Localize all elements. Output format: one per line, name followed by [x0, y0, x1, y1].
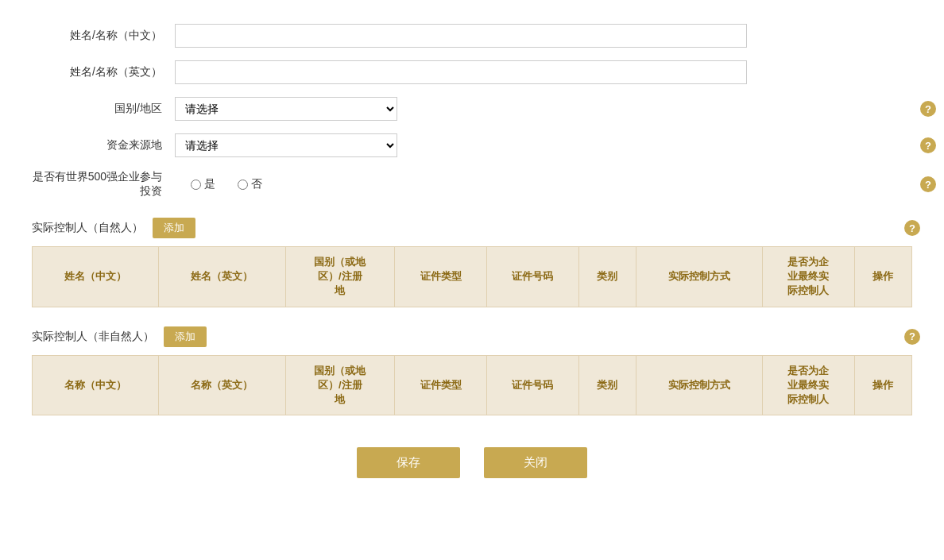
non-natural-person-header: 实际控制人（非自然人） 添加 ? — [32, 326, 912, 347]
non-natural-person-section: 实际控制人（非自然人） 添加 ? 名称（中文） 名称（英文） 国别（或地区）/注… — [32, 326, 912, 416]
col2-country: 国别（或地区）/注册地 — [285, 355, 395, 415]
radio-no[interactable] — [238, 180, 248, 190]
fund-source-label: 资金来源地 — [32, 138, 175, 153]
col-final-controller: 是否为企业最终实际控制人 — [763, 247, 855, 307]
country-label: 国别/地区 — [32, 102, 175, 116]
col2-operation: 操作 — [854, 355, 911, 415]
non-natural-person-add-button[interactable]: 添加 — [164, 326, 207, 347]
col-country: 国别（或地区）/注册地 — [285, 247, 395, 307]
radio-no-label[interactable]: 否 — [238, 177, 262, 191]
non-natural-person-table-header-row: 名称（中文） 名称（英文） 国别（或地区）/注册地 证件类型 证件号码 类别 实… — [33, 355, 912, 415]
name-cn-row: 姓名/名称（中文） — [32, 24, 912, 48]
bottom-buttons: 保存 关闭 — [32, 447, 912, 478]
fund-source-row: 资金来源地 请选择 ? — [32, 133, 912, 157]
natural-person-table: 姓名（中文） 姓名（英文） 国别（或地区）/注册地 证件类型 证件号码 类别 实… — [32, 246, 912, 307]
natural-person-header: 实际控制人（自然人） 添加 ? — [32, 218, 912, 238]
fortune500-radio-group: 是 否 — [175, 177, 262, 191]
name-cn-label: 姓名/名称（中文） — [32, 29, 175, 43]
save-button[interactable]: 保存 — [357, 447, 460, 478]
non-natural-person-table: 名称（中文） 名称（英文） 国别（或地区）/注册地 证件类型 证件号码 类别 实… — [32, 355, 912, 416]
col2-name-cn: 名称（中文） — [33, 355, 159, 415]
name-en-label: 姓名/名称（英文） — [32, 65, 175, 79]
non-natural-person-title: 实际控制人（非自然人） — [32, 330, 154, 344]
radio-yes[interactable] — [191, 180, 201, 190]
col-name-en: 姓名（英文） — [159, 247, 285, 307]
col2-cert-no: 证件号码 — [486, 355, 578, 415]
fund-source-select[interactable]: 请选择 — [175, 133, 397, 157]
close-button[interactable]: 关闭 — [484, 447, 587, 478]
col-category: 类别 — [578, 247, 636, 307]
natural-person-help-icon[interactable]: ? — [904, 220, 920, 236]
col-cert-no: 证件号码 — [486, 247, 578, 307]
name-en-row: 姓名/名称（英文） — [32, 60, 912, 84]
col-name-cn: 姓名（中文） — [33, 247, 159, 307]
col-cert-type: 证件类型 — [395, 247, 487, 307]
col2-control-method: 实际控制方式 — [636, 355, 762, 415]
country-row: 国别/地区 请选择 ? — [32, 97, 912, 121]
natural-person-table-header-row: 姓名（中文） 姓名（英文） 国别（或地区）/注册地 证件类型 证件号码 类别 实… — [33, 247, 912, 307]
basic-info-section: 姓名/名称（中文） 姓名/名称（英文） 国别/地区 请选择 ? 资金来源地 请选… — [32, 24, 912, 199]
col2-final-controller: 是否为企业最终实际控制人 — [763, 355, 855, 415]
radio-yes-label[interactable]: 是 — [191, 177, 215, 191]
country-select[interactable]: 请选择 — [175, 97, 397, 121]
col-operation: 操作 — [854, 247, 911, 307]
fortune500-help-icon[interactable]: ? — [920, 176, 936, 192]
natural-person-add-button[interactable]: 添加 — [153, 218, 195, 238]
form-container: 姓名/名称（中文） 姓名/名称（英文） 国别/地区 请选择 ? 资金来源地 请选… — [32, 24, 912, 478]
natural-person-title: 实际控制人（自然人） — [32, 221, 143, 235]
col2-category: 类别 — [578, 355, 636, 415]
fortune500-label: 是否有世界500强企业参与投资 — [32, 170, 175, 199]
radio-no-text: 否 — [251, 177, 262, 191]
col2-name-en: 名称（英文） — [159, 355, 285, 415]
natural-person-section: 实际控制人（自然人） 添加 ? 姓名（中文） 姓名（英文） 国别（或地区）/注册… — [32, 218, 912, 307]
radio-yes-text: 是 — [204, 177, 215, 191]
non-natural-person-help-icon[interactable]: ? — [904, 329, 920, 345]
col-control-method: 实际控制方式 — [636, 247, 762, 307]
fortune500-row: 是否有世界500强企业参与投资 是 否 ? — [32, 170, 912, 199]
col2-cert-type: 证件类型 — [395, 355, 487, 415]
name-cn-input[interactable] — [175, 24, 747, 48]
country-help-icon[interactable]: ? — [920, 101, 936, 117]
fund-source-help-icon[interactable]: ? — [920, 137, 936, 153]
name-en-input[interactable] — [175, 60, 747, 84]
